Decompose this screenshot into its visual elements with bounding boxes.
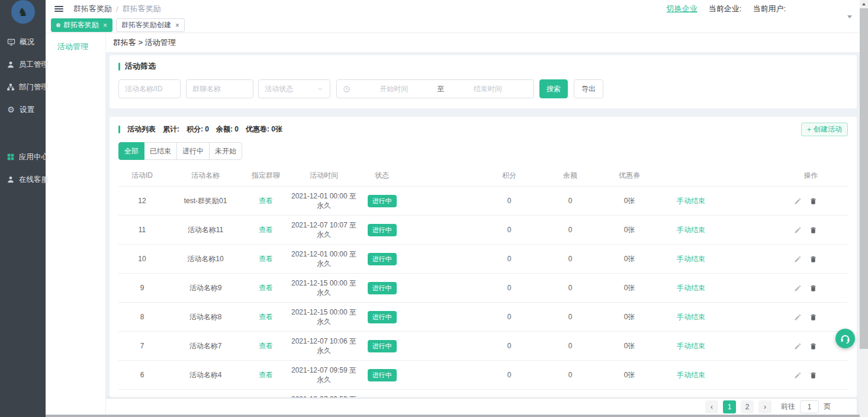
cell-activity-id: 7 [118, 332, 166, 361]
filter-tab-0[interactable]: 全部 [118, 142, 144, 160]
close-icon[interactable]: × [103, 21, 107, 30]
edit-button[interactable] [794, 371, 802, 379]
pagination-prev[interactable]: ‹ [705, 400, 718, 413]
view-link[interactable]: 查看 [259, 226, 273, 234]
filter-tab-2[interactable]: 进行中 [176, 142, 210, 160]
filter-tab-3[interactable]: 未开始 [209, 142, 242, 160]
manual-end-link[interactable]: 手动结束 [677, 225, 705, 235]
cell-specified-group: 查看 [245, 187, 287, 216]
group-name-input[interactable] [186, 79, 253, 98]
sidebar-item-app-center[interactable]: 应用中心 [0, 146, 46, 168]
scrollbar-up-arrow-icon[interactable] [860, 0, 868, 8]
page-unit-label: 页 [824, 402, 831, 412]
create-activity-button[interactable]: + 创建活动 [801, 123, 848, 136]
service-icon [7, 175, 15, 184]
actions: 手动结束 [670, 196, 847, 206]
green-bar-icon [118, 63, 120, 70]
cell-activity-time: 2021-12-07 09:59 至永久 [287, 390, 361, 398]
delete-button[interactable] [809, 226, 817, 234]
sidebar-item-overview[interactable]: 概况 [0, 31, 46, 53]
view-link[interactable]: 查看 [259, 197, 273, 205]
cell-activity-name: 活动名称4 [166, 390, 245, 398]
monitor-icon [7, 38, 15, 47]
points-summary: 积分: 0 [187, 124, 209, 134]
activity-list-panel: 活动列表 累计: 积分: 0 余额: 0 优惠卷: 0张 + 创建活动 全部已结… [110, 117, 857, 397]
close-icon[interactable]: × [175, 21, 179, 30]
activity-name-input[interactable] [118, 79, 181, 98]
cell-points: 0 [468, 361, 551, 390]
delete-button[interactable] [809, 255, 817, 263]
search-button[interactable]: 搜索 [539, 79, 568, 98]
cell-balance: 0 [551, 245, 590, 274]
sidebar-item-staff-management[interactable]: 员工管理 [0, 53, 46, 76]
edit-button[interactable] [794, 284, 802, 292]
column-header-1: 活动名称 [166, 165, 245, 187]
submenu-item-activity-management[interactable]: 活动管理 [46, 33, 105, 52]
actions: 手动结束 [670, 254, 847, 264]
sidebar-item-department-management[interactable]: 部门管理 [0, 76, 46, 98]
view-link[interactable]: 查看 [259, 313, 273, 321]
manual-end-link[interactable]: 手动结束 [677, 341, 705, 351]
breadcrumb-current: 群拓客奖励 [123, 4, 161, 14]
end-time-placeholder[interactable]: 结束时间 [448, 84, 528, 94]
submenu-sidebar: 活动管理 [46, 33, 106, 417]
edit-button[interactable] [794, 342, 802, 350]
collapse-menu-icon[interactable] [54, 5, 63, 13]
manual-end-link[interactable]: 手动结束 [677, 254, 705, 264]
delete-button[interactable] [809, 371, 817, 379]
pagination-page-2[interactable]: 2 [741, 400, 754, 413]
status-badge: 进行中 [368, 340, 397, 352]
manual-end-link[interactable]: 手动结束 [677, 370, 705, 380]
view-link[interactable]: 查看 [259, 371, 273, 379]
cell-balance: 0 [551, 303, 590, 332]
sidebar-item-label: 设置 [20, 105, 34, 115]
switch-company-link[interactable]: 切换企业 [667, 4, 697, 14]
edit-button[interactable] [794, 255, 802, 263]
cell-status: 进行中 [361, 361, 403, 390]
manual-end-link[interactable]: 手动结束 [677, 196, 705, 206]
start-time-placeholder[interactable]: 开始时间 [354, 84, 434, 94]
cell-status: 进行中 [361, 216, 403, 245]
edit-button[interactable] [794, 197, 802, 205]
status-badge: 进行中 [368, 369, 397, 381]
scrollbar[interactable] [860, 0, 868, 417]
delete-button[interactable] [809, 284, 817, 292]
dropdown-caret-icon[interactable] [847, 15, 852, 18]
breadcrumb-root[interactable]: 群拓客奖励 [73, 4, 112, 14]
sidebar-item-settings[interactable]: ⚙设置 [0, 98, 46, 121]
customer-service-button[interactable] [835, 329, 855, 348]
edit-button[interactable] [794, 226, 802, 234]
pagination-next[interactable]: › [758, 400, 771, 413]
cell-actions: 手动结束 [669, 332, 848, 361]
pagination-page-1[interactable]: 1 [723, 400, 736, 413]
delete-button[interactable] [809, 342, 817, 350]
activity-status-select[interactable]: 活动状态 [258, 79, 330, 98]
view-link[interactable]: 查看 [259, 255, 273, 263]
window-tab-0[interactable]: 群拓客奖励× [51, 18, 112, 32]
view-link[interactable]: 查看 [259, 284, 273, 292]
table-row: 9活动名称9查看2021-12-15 00:00 至永久进行中000张手动结束 [118, 274, 848, 303]
date-range-picker[interactable]: 开始时间 至 结束时间 [336, 79, 534, 98]
export-button[interactable]: 导出 [574, 79, 603, 98]
edit-button[interactable] [794, 313, 802, 321]
view-link[interactable]: 查看 [259, 342, 273, 350]
cell-actions: 手动结束 [669, 274, 848, 303]
delete-button[interactable] [809, 313, 817, 321]
activity-time: 2021-12-07 09:59 至永久 [287, 394, 361, 397]
sidebar-item-online-service[interactable]: 在线客服 [0, 168, 46, 191]
manual-end-link[interactable]: 手动结束 [677, 283, 705, 293]
scrollbar-thumb[interactable] [860, 8, 868, 349]
cell-points: 0 [468, 216, 551, 245]
filter-tab-1[interactable]: 已结束 [144, 142, 177, 160]
spacer-cell [403, 390, 468, 398]
filter-title-text: 活动筛选 [125, 61, 156, 72]
activity-time: 2021-12-01 00:00 至永久 [287, 191, 361, 210]
manual-end-link[interactable]: 手动结束 [677, 312, 705, 322]
cell-specified-group: 查看 [245, 361, 287, 390]
active-tab-dot-icon [56, 23, 60, 27]
create-activity-label: 创建活动 [814, 124, 842, 134]
headset-icon [840, 333, 851, 344]
window-tab-1[interactable]: 群拓客奖励创建× [116, 18, 185, 32]
delete-button[interactable] [809, 197, 817, 205]
goto-page-input[interactable] [800, 400, 819, 413]
